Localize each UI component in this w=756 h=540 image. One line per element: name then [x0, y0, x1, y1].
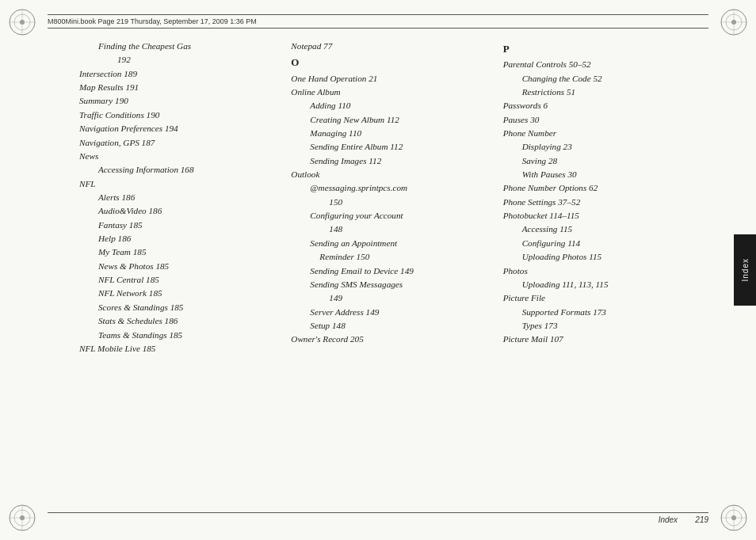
- list-item: One Hand Operation 21: [291, 72, 490, 86]
- list-item: Pauses 30: [503, 113, 702, 127]
- list-item: Stats & Schedules 186: [79, 314, 278, 328]
- index-tab-label: Index: [741, 258, 750, 281]
- list-item: 148: [291, 222, 490, 236]
- list-item: Fantasy 185: [79, 219, 278, 232]
- list-item: Phone Number Options 62: [503, 181, 702, 195]
- corner-decoration-tr: [718, 6, 750, 38]
- column-3: P Parental Controls 50–52 Changing the C…: [497, 40, 708, 500]
- list-item: Finding the Cheapest Gas: [79, 40, 278, 53]
- list-item: My Team 185: [79, 245, 278, 259]
- header-bar: M800Mini.book Page 219 Thursday, Septemb…: [48, 14, 708, 29]
- list-item: NFL Mobile Live 185: [79, 342, 278, 356]
- list-item: Alerts 186: [79, 191, 278, 204]
- list-item: 192: [79, 53, 278, 67]
- index-tab: Index: [734, 234, 756, 306]
- list-item: Passwords 6: [503, 99, 702, 112]
- list-item: Sending Images 112: [291, 154, 490, 168]
- list-item: Sending an Appointment: [291, 237, 490, 250]
- footer-text: Index 219: [659, 515, 708, 524]
- list-item: Displaying 23: [503, 140, 702, 154]
- list-item: Sending Email to Device 149: [291, 264, 490, 278]
- list-item: Intersection 189: [79, 67, 278, 81]
- corner-decoration-bl: [6, 502, 38, 534]
- list-item: News: [79, 150, 278, 163]
- list-item: NFL Central 185: [79, 273, 278, 287]
- list-item: Owner's Record 205: [291, 333, 490, 346]
- list-item: NFL Network 185: [79, 287, 278, 300]
- header-text: M800Mini.book Page 219 Thursday, Septemb…: [48, 17, 257, 25]
- list-item: 150: [291, 196, 490, 209]
- list-item: Types 173: [503, 319, 702, 333]
- main-content: Finding the Cheapest Gas 192 Intersectio…: [79, 40, 708, 500]
- list-item: Navigation, GPS 187: [79, 136, 278, 150]
- list-item: Online Album: [291, 86, 490, 99]
- list-item: Audio&Video 186: [79, 204, 278, 218]
- corner-decoration-tl: [6, 6, 38, 38]
- list-item: Teams & Standings 185: [79, 329, 278, 342]
- list-item: With Pauses 30: [503, 168, 702, 181]
- list-item: @messaging.sprintpcs.com: [291, 181, 490, 195]
- list-item: Saving 28: [503, 154, 702, 168]
- list-item: 149: [291, 291, 490, 305]
- list-item: NFL: [79, 177, 278, 191]
- list-item: Server Address 149: [291, 306, 490, 319]
- section-letter-p: P: [503, 41, 702, 57]
- list-item: Picture Mail 107: [503, 333, 702, 346]
- list-item: Managing 110: [291, 127, 490, 140]
- column-2: Notepad 77 O One Hand Operation 21 Onlin…: [284, 40, 496, 500]
- page: M800Mini.book Page 219 Thursday, Septemb…: [0, 0, 756, 540]
- list-item: Adding 110: [291, 99, 490, 112]
- list-item: Notepad 77: [291, 40, 490, 53]
- list-item: Configuring 114: [503, 237, 702, 250]
- column-1: Finding the Cheapest Gas 192 Intersectio…: [79, 40, 284, 500]
- list-item: Sending Entire Album 112: [291, 140, 490, 154]
- list-item: Photobucket 114–115: [503, 209, 702, 222]
- list-item: Phone Settings 37–52: [503, 196, 702, 209]
- list-item: Supported Formats 173: [503, 306, 702, 319]
- list-item: Picture File: [503, 291, 702, 305]
- list-item: Navigation Preferences 194: [79, 122, 278, 135]
- list-item: Reminder 150: [291, 250, 490, 264]
- list-item: Restrictions 51: [503, 86, 702, 99]
- list-item: Accessing Information 168: [79, 163, 278, 177]
- list-item: Sending SMS Messagages: [291, 278, 490, 291]
- corner-decoration-br: [718, 502, 750, 534]
- list-item: Parental Controls 50–52: [503, 58, 702, 71]
- list-item: Traffic Conditions 190: [79, 108, 278, 122]
- list-item: Map Results 191: [79, 81, 278, 94]
- list-item: Accessing 115: [503, 222, 702, 236]
- list-item: Phone Number: [503, 127, 702, 140]
- list-item: Scores & Standings 185: [79, 301, 278, 314]
- list-item: News & Photos 185: [79, 260, 278, 273]
- list-item: Configuring your Account: [291, 209, 490, 222]
- list-item: Creating New Album 112: [291, 113, 490, 127]
- list-item: Outlook: [291, 168, 490, 181]
- list-item: Help 186: [79, 232, 278, 245]
- list-item: Setup 148: [291, 319, 490, 333]
- list-item: Uploading Photos 115: [503, 250, 702, 264]
- footer: Index 219: [48, 512, 708, 524]
- section-letter-o: O: [291, 55, 490, 70]
- list-item: Summary 190: [79, 94, 278, 108]
- list-item: Uploading 111, 113, 115: [503, 278, 702, 291]
- list-item: Changing the Code 52: [503, 72, 702, 86]
- list-item: Photos: [503, 264, 702, 278]
